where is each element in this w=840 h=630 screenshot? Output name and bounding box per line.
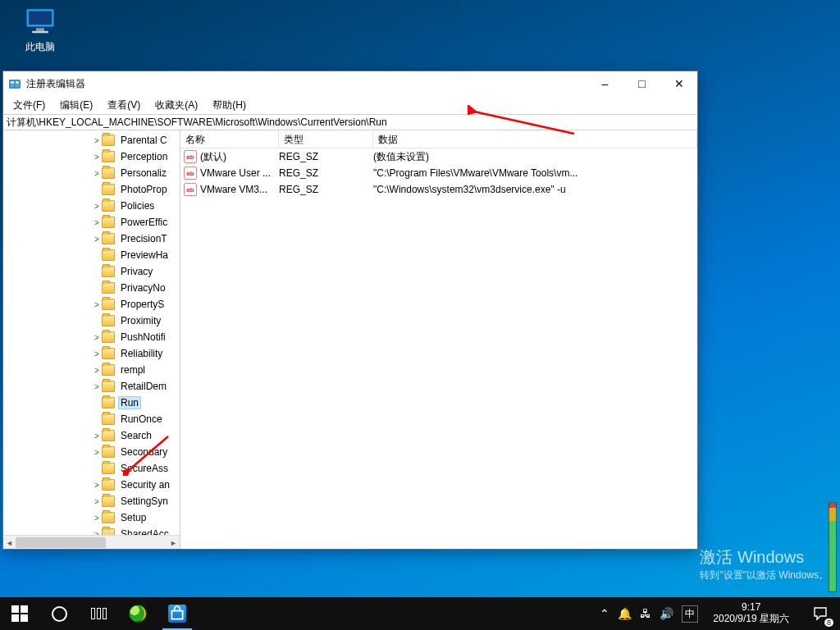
expander-icon[interactable]: > — [92, 136, 102, 145]
expander-icon[interactable]: > — [92, 153, 102, 162]
tree-item-perception[interactable]: >Perception — [3, 148, 180, 165]
tree-item-secondary[interactable]: >Secondary — [3, 444, 180, 460]
expander-icon[interactable]: > — [92, 366, 102, 375]
desktop-icon-this-pc[interactable]: 此电脑 — [11, 5, 69, 54]
expander-icon[interactable]: > — [92, 333, 102, 342]
tree-item-setup[interactable]: >Setup — [3, 509, 180, 526]
scroll-left-button[interactable]: ◄ — [3, 536, 16, 550]
value-name: VMware VM3... — [200, 184, 279, 195]
tree-item-powereffic[interactable]: >PowerEffic — [3, 214, 180, 231]
start-button[interactable] — [0, 597, 39, 630]
folder-icon — [102, 266, 115, 277]
address-bar[interactable]: 计算机\HKEY_LOCAL_MACHINE\SOFTWARE\Microsof… — [3, 114, 697, 130]
values-list[interactable]: ab(默认)REG_SZ(数值未设置)abVMware User ...REG_… — [180, 148, 697, 549]
tree-item-pushnotifi[interactable]: >PushNotifi — [3, 329, 180, 345]
tree-item-label: Run — [118, 396, 141, 409]
string-value-icon: ab — [184, 183, 197, 196]
menubar: 文件(F) 编辑(E) 查看(V) 收藏夹(A) 帮助(H) — [3, 96, 697, 114]
col-header-type[interactable]: 类型 — [279, 130, 373, 148]
folder-icon — [102, 217, 115, 228]
string-value-icon: ab — [184, 167, 197, 180]
tree-item-rempl[interactable]: >rempl — [3, 362, 180, 378]
expander-icon[interactable]: > — [92, 514, 102, 523]
action-center-button[interactable]: 8 — [804, 597, 837, 630]
tree-item-secureass[interactable]: >SecureAss — [3, 460, 180, 477]
folder-icon — [102, 167, 115, 179]
taskbar-app-ie[interactable] — [118, 597, 158, 630]
tree-item-previewha[interactable]: >PreviewHa — [3, 247, 180, 263]
taskview-button[interactable] — [79, 597, 118, 630]
audio-meter — [829, 502, 837, 592]
expander-icon[interactable]: > — [92, 235, 102, 244]
notifications-icon[interactable]: 🔔 — [618, 607, 632, 620]
folder-icon — [102, 249, 115, 261]
tree-horiz-scrollbar[interactable]: ◄ ► — [3, 535, 180, 549]
expander-icon[interactable]: > — [92, 300, 102, 309]
svg-rect-5 — [11, 81, 14, 84]
tree-item-photoprop[interactable]: >PhotoProp — [3, 181, 180, 198]
watermark-title: 激活 Windows — [700, 546, 829, 568]
tree-item-propertys[interactable]: >PropertyS — [3, 296, 180, 313]
tree-item-reliability[interactable]: >Reliability — [3, 345, 180, 362]
tree-item-privacyno[interactable]: >PrivacyNo — [3, 280, 180, 296]
scroll-right-button[interactable]: ► — [167, 536, 180, 550]
menu-edit[interactable]: 编辑(E) — [53, 97, 99, 114]
expander-icon[interactable]: > — [92, 349, 102, 358]
tree-item-runonce[interactable]: >RunOnce — [3, 411, 180, 427]
registry-tree[interactable]: >Parental C>Perception>Personaliz>PhotoP… — [3, 130, 180, 535]
tree-item-label: SharedAcc — [118, 527, 171, 535]
volume-icon[interactable]: 🔊 — [660, 607, 673, 620]
titlebar[interactable]: 注册表编辑器 – □ ✕ — [3, 71, 697, 96]
taskbar-clock[interactable]: 9:17 2020/9/19 星期六 — [706, 600, 796, 628]
expander-icon[interactable]: > — [92, 202, 102, 211]
taskbar-app-store[interactable] — [158, 597, 197, 630]
tree-item-run[interactable]: >Run — [3, 395, 180, 411]
menu-file[interactable]: 文件(F) — [7, 97, 52, 114]
tree-item-precisiont[interactable]: >PrecisionT — [3, 231, 180, 247]
tree-item-label: PreviewHa — [118, 249, 171, 262]
scroll-thumb[interactable] — [16, 537, 106, 548]
expander-icon[interactable]: > — [92, 218, 102, 227]
col-header-name[interactable]: 名称 — [180, 130, 279, 148]
tree-item-settingsyn[interactable]: >SettingSyn — [3, 493, 180, 509]
tree-item-personaliz[interactable]: >Personaliz — [3, 165, 180, 181]
expander-icon[interactable]: > — [92, 497, 102, 506]
value-row[interactable]: abVMware VM3...REG_SZ"C:\Windows\system3… — [180, 181, 697, 198]
tray-overflow-button[interactable]: ⌃ — [600, 607, 609, 620]
tree-item-securityan[interactable]: >Security an — [3, 477, 180, 493]
tree-item-privacy[interactable]: >Privacy — [3, 263, 180, 280]
expander-icon[interactable]: > — [92, 431, 102, 441]
menu-view[interactable]: 查看(V) — [101, 97, 147, 114]
value-row[interactable]: abVMware User ...REG_SZ"C:\Program Files… — [180, 165, 697, 181]
maximize-button[interactable]: □ — [623, 71, 660, 96]
tree-item-parentalc[interactable]: >Parental C — [3, 132, 180, 148]
folder-icon — [102, 479, 115, 491]
menu-help[interactable]: 帮助(H) — [206, 97, 253, 114]
expander-icon[interactable]: > — [92, 448, 102, 457]
close-button[interactable]: ✕ — [660, 71, 697, 96]
tree-item-retaildem[interactable]: >RetailDem — [3, 378, 180, 395]
menu-favorites[interactable]: 收藏夹(A) — [148, 97, 204, 114]
clock-time: 9:17 — [713, 602, 789, 614]
folder-icon — [102, 364, 115, 376]
value-data: "C:\Program Files\VMware\VMware Tools\vm… — [373, 167, 697, 179]
tree-item-label: SecureAss — [118, 462, 171, 475]
tree-item-sharedacc[interactable]: >SharedAcc — [3, 526, 180, 535]
value-row[interactable]: ab(默认)REG_SZ(数值未设置) — [180, 148, 697, 165]
minimize-button[interactable]: – — [587, 71, 623, 96]
network-icon[interactable]: 🖧 — [640, 607, 651, 620]
tree-item-policies[interactable]: >Policies — [3, 198, 180, 214]
value-type: REG_SZ — [279, 167, 373, 179]
col-header-data[interactable]: 数据 — [373, 130, 697, 148]
expander-icon[interactable]: > — [92, 382, 102, 391]
tree-item-label: PropertyS — [118, 298, 167, 311]
tree-item-proximity[interactable]: >Proximity — [3, 313, 180, 329]
cortana-button[interactable] — [39, 597, 79, 630]
expander-icon[interactable]: > — [92, 481, 102, 490]
folder-icon — [102, 413, 115, 425]
values-header[interactable]: 名称 类型 数据 — [180, 130, 697, 148]
store-icon — [168, 605, 186, 623]
expander-icon[interactable]: > — [92, 169, 102, 178]
ime-indicator[interactable]: 中 — [682, 605, 698, 623]
tree-item-search[interactable]: >Search — [3, 427, 180, 444]
